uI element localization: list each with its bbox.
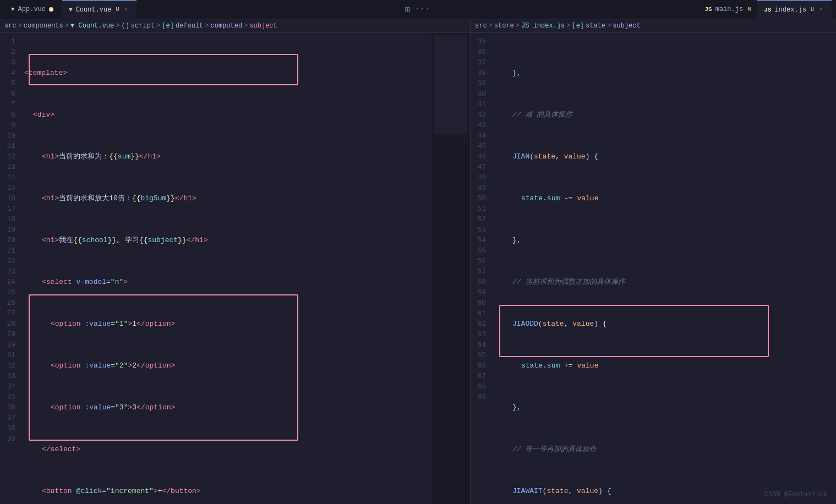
tab-app-vue-label: App.vue — [18, 6, 46, 13]
tab-main-js[interactable]: JS main.js M — [698, 0, 758, 19]
tab-count-vue[interactable]: ▼ Count.vue U × — [62, 0, 136, 19]
bc-computed: computed — [211, 22, 243, 30]
bc-bracket-e: [e] — [162, 22, 174, 30]
code-line-7: <option :value="1">1</option> — [22, 319, 431, 329]
tab-main-js-label: main.js — [715, 6, 743, 13]
right-editor-panel: 3536373839 4041424344 4546474849 5051525… — [471, 33, 836, 504]
left-code-area: 12345 678910 1112131415 1617181920 21222… — [0, 33, 470, 504]
bc-src: src — [4, 22, 17, 30]
code-line-4: <h1>当前的求和放大10倍：{{bigSum}}</h1> — [22, 193, 431, 204]
r-code-line-38: state.sum -= value — [493, 193, 836, 204]
code-line-5: <h1>我在{{school}}, 学习{{subject}}</h1> — [22, 235, 431, 245]
code-line-6: <select v-model="n"> — [22, 277, 431, 287]
bc-count-vue: ▼ Count.vue — [70, 22, 114, 30]
r-code-line-40: // 当前求和为偶数才加的具体操作 — [493, 277, 836, 287]
title-bar-actions: ⊞ ··· — [405, 4, 430, 15]
tab-index-close-button[interactable]: × — [817, 6, 825, 14]
bc-default: default — [176, 22, 203, 30]
left-editor-panel: 12345 678910 1112131415 1617181920 21222… — [0, 33, 471, 504]
js-icon-main: JS — [705, 6, 712, 13]
left-breadcrumb: src > components > ▼ Count.vue > () scri… — [0, 19, 471, 32]
code-line-11: <button @click="increment">+</button> — [22, 486, 431, 496]
left-minimap — [431, 33, 470, 504]
tab-app-vue[interactable]: ▼ App.vue — [4, 0, 60, 19]
more-actions-icon[interactable]: ··· — [414, 4, 430, 15]
rbc-store: store — [494, 22, 514, 30]
main-modified: M — [747, 7, 751, 13]
rbc-e: [e] — [572, 22, 584, 30]
r-code-line-37: JIAN(state, value) { — [493, 151, 836, 162]
code-line-9: <option :value="3">3</option> — [22, 402, 431, 413]
tab-close-button[interactable]: × — [122, 6, 130, 14]
title-bar: ▼ App.vue ▼ Count.vue U × ⊞ ··· JS main.… — [0, 0, 836, 19]
right-code-area: 3536373839 4041424344 4546474849 5051525… — [471, 33, 836, 504]
rbc-src: src — [475, 22, 487, 30]
code-line-10: </select> — [22, 444, 431, 454]
r-code-line-41: JIAODD(state, value) { — [493, 319, 836, 329]
bc-parens: () — [121, 22, 129, 30]
code-line-3: <h1>当前的求和为：{{sum}}</h1> — [22, 151, 431, 162]
split-editor-icon[interactable]: ⊞ — [405, 4, 410, 15]
r-code-line-43: }, — [493, 402, 836, 413]
code-line-8: <option :value="2">2</option> — [22, 360, 431, 371]
bc-script: script — [131, 22, 155, 30]
tab-count-vue-label: Count.vue — [76, 6, 112, 14]
bc-subject: subject — [249, 22, 277, 30]
code-line-1: <template> — [22, 68, 431, 78]
right-code-content[interactable]: }, // 减 的具体操作 JIAN(state, value) { state… — [493, 33, 836, 504]
vue-icon: ▼ — [11, 6, 15, 13]
watermark: CSDN @Fantastick — [764, 491, 828, 498]
code-line-2: <div> — [22, 109, 431, 120]
rbc-subject: subject — [613, 22, 640, 30]
breadcrumbs-row: src > components > ▼ Count.vue > () scri… — [0, 19, 836, 33]
tab-modified-dot — [49, 7, 53, 12]
right-panel-tabs: JS main.js M JS index.js U × — [698, 0, 832, 19]
rbc-state: state — [586, 22, 605, 30]
right-breadcrumb: src > store > JS index.js > [e] state > … — [471, 19, 836, 32]
vue-icon-2: ▼ — [69, 7, 73, 13]
left-code-content[interactable]: <template> <div> <h1>当前的求和为：{{sum}}</h1>… — [22, 33, 431, 504]
rbc-index-js: JS index.js — [521, 22, 565, 30]
r-code-line-36: // 减 的具体操作 — [493, 109, 836, 120]
right-line-numbers: 3536373839 4041424344 4546474849 5051525… — [471, 33, 493, 504]
r-code-line-35: }, — [493, 68, 836, 78]
r-code-line-39: }, — [493, 235, 836, 245]
main-layout: 12345 678910 1112131415 1617181920 21222… — [0, 33, 836, 504]
tab-index-js-label: index.js — [774, 6, 806, 14]
js-icon-index: JS — [764, 7, 771, 13]
tab-unsaved-indicator: U — [116, 7, 119, 13]
r-code-line-44: // 等一等再加的具体操作 — [493, 444, 836, 454]
r-code-line-42: state.sum += value — [493, 360, 836, 371]
left-line-numbers: 12345 678910 1112131415 1617181920 21222… — [0, 33, 22, 504]
bc-components: components — [24, 22, 63, 30]
tab-index-js[interactable]: JS index.js U × — [757, 0, 832, 19]
index-unsaved: U — [811, 7, 814, 13]
